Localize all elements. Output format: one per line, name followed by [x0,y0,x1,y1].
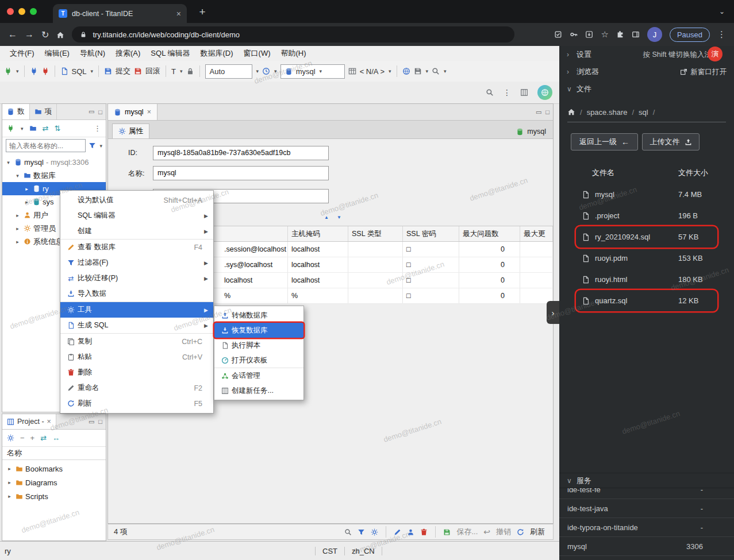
side-panel-icon[interactable] [632,30,640,38]
editor-tab-close-icon[interactable]: × [147,108,151,116]
twisty-icon[interactable]: ▾ [14,173,21,179]
home-icon[interactable] [567,108,575,116]
disconnect-icon[interactable] [41,67,49,75]
menu-edit[interactable]: 编辑(E) [40,48,75,59]
minimize-panel-icon[interactable]: ▭ [89,108,94,115]
tree-node-mysql[interactable]: ▾ mysql - mysql:3306 [2,156,106,169]
breadcrumb-segment[interactable]: sql [639,108,648,117]
project-settings-gear-icon[interactable] [7,434,14,442]
sidebar-section-services[interactable]: ∨ 服务 [559,473,734,488]
bookmark-star-icon[interactable]: ☆ [601,29,608,40]
menu-sql-editor[interactable]: SQL 编辑器 [145,48,195,59]
tab-list-chevron-icon[interactable]: ⌄ [719,7,725,16]
menu-item-set-default[interactable]: 设为默认值 Shift+Ctrl+A [60,192,213,208]
service-row-ide-test-java[interactable]: ide-test-java - [559,499,734,518]
install-icon[interactable] [585,30,593,38]
transaction-mode-label[interactable]: T [171,67,176,76]
service-row-ide-typora[interactable]: ide-typora-on-titanide - [559,518,734,537]
tab-properties[interactable]: 属性 [112,123,149,138]
submenu-item-create-task[interactable]: 创建新任务... [214,383,303,398]
collapse-all-icon[interactable]: ⇅ [54,124,60,133]
profile-avatar[interactable]: J [647,27,662,42]
reload-button[interactable]: ↻ [41,29,49,40]
extensions-puzzle-icon[interactable] [616,30,624,38]
back-button[interactable]: ← [8,29,17,40]
refresh-icon[interactable] [517,528,524,536]
filter-caret-icon[interactable]: ▾ [99,143,102,149]
maximize-panel-icon[interactable]: □ [545,109,549,115]
file-row-ruoyi-pdm[interactable]: ruoyi.pdm 153 KB [576,248,717,269]
commit-mode-select[interactable]: Auto [205,64,252,79]
id-field[interactable]: mysql8-185a0a81b9e-737a630e5adf19cb [153,146,329,160]
sql-editor-icon[interactable] [60,67,68,75]
link-arrows-icon[interactable]: ↔ [52,434,60,442]
save-toolbar-icon[interactable] [414,67,422,75]
nav-menu-kebab-icon[interactable]: ⋮ [94,124,101,133]
menu-item-filter[interactable]: 过滤器(F) ▶ [60,255,213,271]
minimize-window-button[interactable] [18,8,25,15]
close-window-button[interactable] [7,8,14,15]
col-ssl-cipher[interactable]: SSL 密码 [403,226,459,241]
fetch-next-icon[interactable]: ▼ [337,215,341,220]
menu-item-compare-migrate[interactable]: ⇄ 比较/迁移(P) ▶ [60,271,213,286]
sidebar-section-browser[interactable]: › 浏览器 新窗口打开 [559,63,734,80]
sidebar-section-files[interactable]: ∨ 文件 [559,80,734,98]
breadcrumb-segment[interactable]: space.share [587,108,628,117]
transaction-caret-icon[interactable]: ▾ [180,68,183,74]
forward-button[interactable]: → [25,29,34,40]
submenu-item-open-dashboard[interactable]: 打开仪表板 [214,353,303,368]
connect-icon[interactable] [30,67,38,75]
twisty-icon[interactable]: ▸ [14,239,21,245]
schema-select-value[interactable]: < N/A > [360,67,385,76]
browser-tab[interactable]: T db-client - TitanIDE × [53,4,187,23]
go-up-button[interactable]: 返回上一级 ← [571,133,638,150]
submenu-item-execute-script[interactable]: 执行脚本 [214,338,303,353]
schema-table-icon[interactable] [348,67,356,75]
new-connection-caret-icon[interactable]: ▾ [16,68,19,74]
menu-item-generate-sql[interactable]: 生成 SQL ▶ [60,318,213,333]
transaction-log-clock-icon[interactable] [262,67,270,75]
menu-file[interactable]: 文件(F) [5,48,40,59]
file-row-ry-sql[interactable]: ry_20210924.sql 57 KB [576,226,717,248]
connection-select[interactable]: mysql ▾ [280,64,345,79]
save-page-icon[interactable] [554,30,562,38]
file-row-mysql[interactable]: mysql 7.4 MB [576,184,717,205]
password-key-icon[interactable] [570,30,578,38]
edit-row-icon[interactable] [394,528,401,536]
network-globe-icon[interactable] [402,67,410,75]
minimize-panel-icon[interactable]: ▭ [536,109,541,116]
grid-search-icon[interactable] [344,528,352,536]
nav-folder-icon[interactable] [29,125,37,132]
nav-connection-caret-icon[interactable]: ▾ [21,126,24,132]
col-ssl-type[interactable]: SSL 类型 [348,226,403,241]
browser-menu-kebab-icon[interactable]: ⋮ [717,29,726,40]
search-caret-icon[interactable]: ▾ [444,68,447,74]
search-toolbar-icon[interactable] [432,67,440,75]
expand-icon[interactable]: + [30,434,35,442]
nav-new-connection-icon[interactable] [7,125,14,132]
menu-item-import-data[interactable]: 导入数据 [60,286,213,302]
rollback-icon[interactable] [134,67,142,75]
collapse-icon[interactable]: − [20,434,25,442]
maximize-panel-icon[interactable]: □ [98,418,102,425]
zoom-window-button[interactable] [30,8,37,15]
col-max-questions[interactable]: 最大问题数 [459,226,520,241]
submenu-item-dump-database[interactable]: 转储数据库 [214,308,303,323]
filter-funnel-icon[interactable] [89,142,96,149]
submenu-item-session-manager[interactable]: 会话管理 [214,368,303,383]
user-globe-avatar[interactable] [537,85,552,100]
clock-caret-icon[interactable]: ▾ [274,68,277,74]
fetch-prev-icon[interactable]: ▲ [324,215,329,220]
maximize-panel-icon[interactable]: □ [98,109,102,115]
twisty-icon[interactable]: ▸ [6,493,13,499]
service-row-mysql[interactable]: mysql 3306 [559,537,734,556]
menu-help[interactable]: 帮助(H) [275,48,311,59]
quick-search-icon[interactable] [486,88,494,96]
submenu-item-restore-database[interactable]: 恢复数据库 [214,323,303,338]
new-connection-icon[interactable] [4,67,12,75]
collapsed-panel-handle[interactable]: › [547,301,559,324]
undo-label[interactable]: 撤销 [496,527,511,537]
name-field[interactable]: mysql [153,166,329,180]
save-label[interactable]: 保存... [456,527,478,537]
tree-node-diagrams[interactable]: ▸ Diagrams [2,476,106,489]
